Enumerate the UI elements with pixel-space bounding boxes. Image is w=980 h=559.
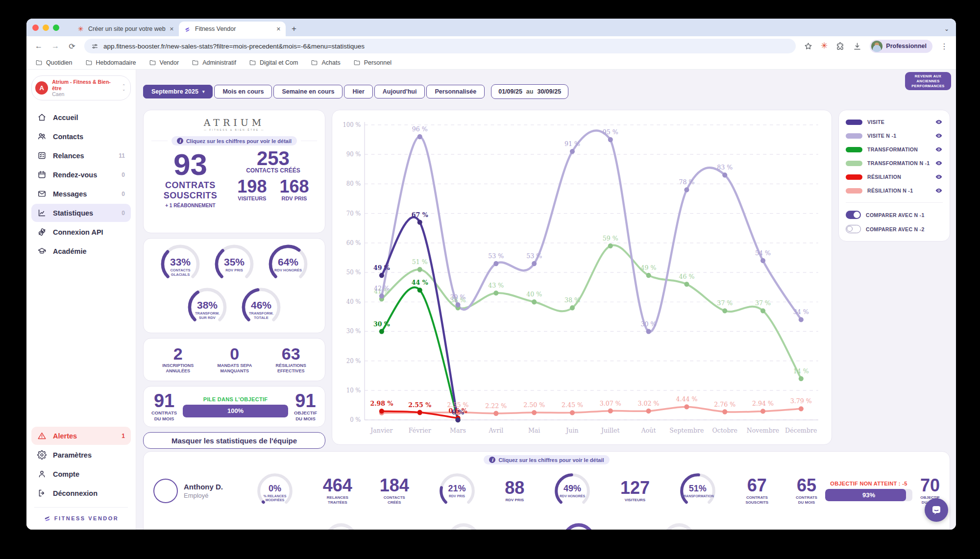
rdv-taken-stat[interactable]: 168 RDV PRIS	[279, 178, 309, 201]
bookmark-quotidien[interactable]: Quotidien	[35, 59, 73, 66]
gauge-transform-totale[interactable]: 46% TRANSFORM. TOTALE	[238, 286, 285, 329]
site-settings-icon[interactable]	[91, 43, 98, 50]
gauge-rdv-pris[interactable]: 35% RDV PRIS	[211, 243, 258, 286]
bookmark-vendor[interactable]: Vendor	[149, 59, 179, 66]
objective-month-stat[interactable]: 91 OBJECTIF DU MOIS	[294, 391, 317, 422]
bookmark-achats[interactable]: Achats	[311, 59, 340, 66]
filter-hier[interactable]: Hier	[344, 85, 372, 98]
period-select-button[interactable]: Septembre 2025▾	[143, 85, 213, 98]
contacts-created-stat[interactable]: 253 CONTACTS CRÉÉS	[246, 148, 300, 174]
bookmark-hebdomadaire[interactable]: Hebdomadaire	[85, 59, 136, 66]
toggle-switch[interactable]	[846, 211, 861, 219]
filter-semaine-en-cours[interactable]: Semaine en cours	[273, 85, 343, 98]
gauge-rdv-pris[interactable]: 21% RDV PRIS	[437, 471, 478, 510]
filter-mois-en-cours[interactable]: Mois en cours	[214, 85, 272, 98]
sidebar-item-deconnexion[interactable]: Déconnexion	[31, 484, 131, 502]
toggle-comparer-avec-n-1[interactable]: COMPARER AVEC N -1	[846, 211, 943, 219]
sidebar-item-accueil[interactable]: Accueil	[31, 108, 131, 126]
eye-icon[interactable]	[935, 146, 943, 153]
sales-chart[interactable]: 0 %10 %20 %30 %40 %50 %60 %70 %80 %90 %1…	[332, 110, 832, 445]
team-stat-contrats-du-mois[interactable]: 65CONTRATS DU MOIS	[796, 477, 817, 505]
reload-icon[interactable]: ⟳	[68, 42, 76, 51]
folder-icon	[85, 59, 93, 66]
sidebar-item-rendezvous[interactable]: Rendez-vous0	[31, 166, 131, 184]
team-stat-contacts-crees[interactable]: 184CONTACTS CRÉÉS	[380, 477, 409, 505]
visitors-stat[interactable]: 198 VISITEURS	[237, 178, 267, 201]
chevron-down-icon: ▾	[202, 89, 205, 94]
bookmark-administratif[interactable]: Administratif	[192, 59, 236, 66]
close-window-button[interactable]	[32, 24, 39, 31]
team-stat-relances-traitees[interactable]: 464RELANCES TRAITÉES	[323, 477, 352, 505]
tab-search-chevron-icon[interactable]: ⌄	[944, 25, 949, 32]
bookmark-star-icon[interactable]	[804, 42, 813, 51]
eye-icon[interactable]	[935, 173, 943, 181]
eye-icon[interactable]	[935, 118, 943, 126]
new-tab-button[interactable]: +	[292, 24, 296, 34]
folder-icon	[192, 59, 199, 66]
svg-text:4.44 %: 4.44 %	[676, 395, 697, 403]
toggle-switch[interactable]	[846, 225, 861, 233]
sidebar-item-academie[interactable]: Académie	[31, 242, 131, 260]
filter-aujourdhui[interactable]: Aujourd'hui	[374, 85, 425, 98]
eye-icon[interactable]	[935, 187, 943, 194]
svg-text:40 %: 40 %	[346, 298, 361, 305]
contracts-month-stat[interactable]: 91 CONTRATS DU MOIS	[151, 391, 177, 422]
sidebar-item-messages[interactable]: Messages0	[31, 185, 131, 203]
sidebar-item-compte[interactable]: Compte	[31, 465, 131, 483]
team-stat-contrats-souscrits[interactable]: 67CONTRATS SOUSCRITS	[746, 477, 769, 505]
sidebar-item-parametres[interactable]: Paramètres	[31, 446, 131, 464]
chat-fab-button[interactable]	[925, 498, 948, 522]
toggle-comparer-avec-n-2[interactable]: COMPARER AVEC N -2	[846, 225, 943, 233]
close-tab-icon[interactable]: ✕	[170, 26, 174, 32]
count-inscriptions-annulees[interactable]: 2INSCRIPTIONS ANNULÉES	[162, 345, 194, 374]
eye-icon[interactable]	[935, 132, 943, 140]
filter-personnalisee[interactable]: Personnalisée	[426, 85, 485, 98]
tab-creer-un-site[interactable]: ✳ Créer un site pour votre web ✕	[72, 22, 179, 36]
menu-kebab-icon[interactable]: ⋮	[940, 42, 948, 51]
gauge-rdv-honores[interactable]: 49% RDV HONORÉS	[552, 471, 593, 510]
date-range-button[interactable]: 01/09/25au30/09/25	[491, 84, 568, 99]
bookmark-personnel[interactable]: Personnel	[353, 59, 392, 66]
forward-icon[interactable]: →	[51, 42, 60, 50]
extensions-puzzle-icon[interactable]	[835, 42, 845, 51]
download-icon[interactable]	[853, 42, 862, 51]
sidebar-item-alertes[interactable]: Alertes1	[31, 427, 131, 445]
count-mandats-sepa-manquants[interactable]: 0MANDATS SEPA MANQUANTS	[217, 345, 252, 374]
team-stat-rdv-pris[interactable]: 88RDV PRIS	[505, 479, 524, 503]
count-resiliations-effectives[interactable]: 63RÉSILIATIONS EFFECTIVES	[275, 345, 306, 374]
account-selector[interactable]: A Atrium - Fitness & Bien-être Caen ⌃⌄	[31, 75, 131, 100]
url-bar: ← → ⟳ app.fitness-booster.fr/new-sales-s…	[26, 36, 956, 56]
employee-profile[interactable]: Anthony D. Employé	[153, 479, 249, 503]
eye-icon[interactable]	[935, 159, 943, 167]
extension-starburst-icon[interactable]: ✳	[821, 42, 828, 51]
team-stat-visiteurs[interactable]: 127VISITEURS	[620, 479, 650, 503]
hide-team-stats-button[interactable]: Masquer les statistiques de l'équipe	[143, 432, 325, 449]
svg-text:Mars: Mars	[450, 427, 466, 434]
sidebar-item-relances[interactable]: Relances11	[31, 146, 131, 165]
tab-fitness-vendor[interactable]: Fitness Vendor ✕	[179, 22, 286, 36]
window-controls[interactable]	[32, 19, 59, 36]
minimize-window-button[interactable]	[43, 24, 49, 31]
svg-text:30 %: 30 %	[641, 320, 657, 327]
gauge-transformation[interactable]: 51% TRANSFORMATION	[677, 471, 718, 510]
contracts-stat[interactable]: 93 CONTRATS SOUSCRITS + 1 RÉABONNEMENT	[151, 148, 229, 230]
maximize-window-button[interactable]	[53, 24, 59, 31]
gauge-transform-sur-rdv[interactable]: 38% TRANSFORM. SUR RDV	[184, 286, 231, 329]
gauge-contacts-glacials[interactable]: 33% CONTACTS GLACIALS	[157, 243, 204, 286]
address-bar[interactable]: app.fitness-booster.fr/new-sales-stats?f…	[84, 39, 796, 53]
profile-chip[interactable]: Professionnel	[870, 40, 932, 53]
close-tab-icon[interactable]: ✕	[276, 26, 281, 32]
legacy-performances-button[interactable]: REVENIR AUX ANCIENNES PERFORMANCES	[905, 72, 951, 90]
sidebar-item-connexion-api[interactable]: Connexion API	[31, 223, 131, 241]
svg-text:49 %: 49 %	[641, 264, 657, 271]
svg-text:67 %: 67 %	[412, 211, 428, 219]
gauge-%-relances-modifiees[interactable]: 0% % RELANCES MODIFIÉES	[254, 471, 295, 510]
summary-card: ATRIUM — FITNESS & BIEN-ÊTRE — iCliquez …	[143, 110, 325, 233]
svg-text:37 %: 37 %	[755, 299, 771, 307]
gauge-rdv-honores[interactable]: 64% RDV HONORÉS	[265, 243, 312, 286]
sidebar-item-contacts[interactable]: Contacts	[31, 127, 131, 146]
svg-text:Juin: Juin	[565, 427, 578, 434]
back-icon[interactable]: ←	[34, 42, 43, 50]
bookmark-digital-et-com[interactable]: Digital et Com	[249, 59, 298, 66]
sidebar-item-statistiques[interactable]: Statistiques0	[31, 204, 131, 222]
